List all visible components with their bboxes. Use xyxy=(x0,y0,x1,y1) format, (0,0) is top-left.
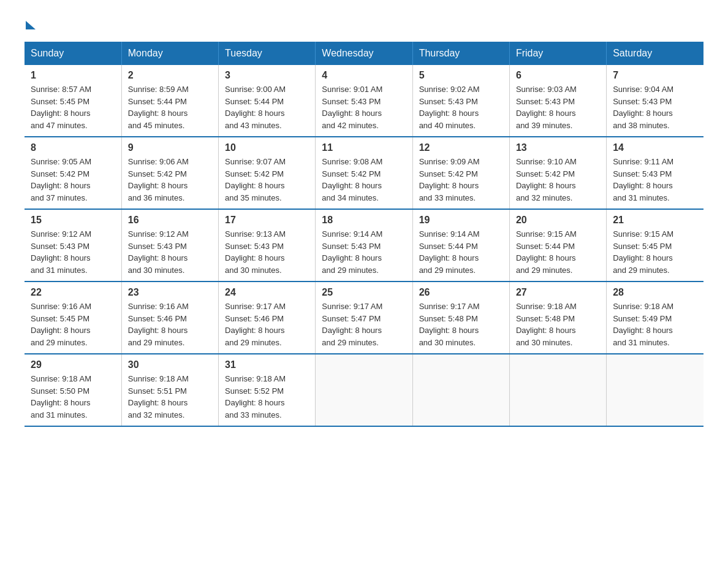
day-number: 11 xyxy=(322,142,406,153)
day-cell: 14 Sunrise: 9:11 AM Sunset: 5:43 PM Dayl… xyxy=(607,137,703,209)
day-cell: 21 Sunrise: 9:15 AM Sunset: 5:45 PM Dayl… xyxy=(607,209,703,282)
day-info: Sunrise: 9:09 AM Sunset: 5:42 PM Dayligh… xyxy=(419,156,503,204)
day-info: Sunrise: 9:06 AM Sunset: 5:42 PM Dayligh… xyxy=(128,156,212,204)
day-info: Sunrise: 9:01 AM Sunset: 5:43 PM Dayligh… xyxy=(322,83,406,131)
day-cell xyxy=(607,354,703,426)
weekday-header-saturday: Saturday xyxy=(607,42,703,65)
logo xyxy=(25,18,36,29)
day-cell: 29 Sunrise: 9:18 AM Sunset: 5:50 PM Dayl… xyxy=(25,354,121,426)
day-info: Sunrise: 9:17 AM Sunset: 5:47 PM Dayligh… xyxy=(322,301,406,348)
day-number: 9 xyxy=(128,142,212,153)
day-cell: 24 Sunrise: 9:17 AM Sunset: 5:46 PM Dayl… xyxy=(219,282,316,354)
day-info: Sunrise: 9:17 AM Sunset: 5:46 PM Dayligh… xyxy=(225,301,309,348)
day-cell: 22 Sunrise: 9:16 AM Sunset: 5:45 PM Dayl… xyxy=(25,282,121,354)
day-number: 29 xyxy=(31,359,115,370)
weekday-header-row: SundayMondayTuesdayWednesdayThursdayFrid… xyxy=(25,42,703,65)
day-cell: 3 Sunrise: 9:00 AM Sunset: 5:44 PM Dayli… xyxy=(219,65,316,137)
day-info: Sunrise: 9:14 AM Sunset: 5:43 PM Dayligh… xyxy=(322,228,406,276)
day-cell: 16 Sunrise: 9:12 AM Sunset: 5:43 PM Dayl… xyxy=(121,209,218,282)
day-number: 30 xyxy=(128,359,212,370)
day-info: Sunrise: 9:07 AM Sunset: 5:42 PM Dayligh… xyxy=(225,156,309,204)
day-cell xyxy=(509,354,606,426)
day-info: Sunrise: 9:12 AM Sunset: 5:43 PM Dayligh… xyxy=(31,228,115,276)
day-number: 8 xyxy=(31,142,115,153)
week-row-1: 1 Sunrise: 8:57 AM Sunset: 5:45 PM Dayli… xyxy=(25,65,703,137)
day-number: 4 xyxy=(322,70,406,81)
week-row-5: 29 Sunrise: 9:18 AM Sunset: 5:50 PM Dayl… xyxy=(25,354,703,426)
day-info: Sunrise: 9:16 AM Sunset: 5:46 PM Dayligh… xyxy=(128,301,212,348)
day-info: Sunrise: 8:59 AM Sunset: 5:44 PM Dayligh… xyxy=(128,83,212,131)
day-number: 13 xyxy=(516,142,600,153)
weekday-header-friday: Friday xyxy=(509,42,606,65)
day-cell: 8 Sunrise: 9:05 AM Sunset: 5:42 PM Dayli… xyxy=(25,137,121,209)
day-number: 22 xyxy=(31,287,115,298)
day-info: Sunrise: 9:00 AM Sunset: 5:44 PM Dayligh… xyxy=(225,83,309,131)
day-number: 27 xyxy=(516,287,600,298)
day-cell: 13 Sunrise: 9:10 AM Sunset: 5:42 PM Dayl… xyxy=(509,137,606,209)
day-number: 1 xyxy=(31,70,115,81)
day-info: Sunrise: 9:18 AM Sunset: 5:52 PM Dayligh… xyxy=(225,373,309,421)
day-info: Sunrise: 9:04 AM Sunset: 5:43 PM Dayligh… xyxy=(613,83,697,131)
day-number: 10 xyxy=(225,142,309,153)
day-cell: 17 Sunrise: 9:13 AM Sunset: 5:43 PM Dayl… xyxy=(219,209,316,282)
day-number: 19 xyxy=(419,215,503,226)
weekday-header-wednesday: Wednesday xyxy=(316,42,412,65)
day-info: Sunrise: 9:03 AM Sunset: 5:43 PM Dayligh… xyxy=(516,83,600,131)
day-cell: 27 Sunrise: 9:18 AM Sunset: 5:48 PM Dayl… xyxy=(509,282,606,354)
day-number: 7 xyxy=(613,70,697,81)
day-cell: 9 Sunrise: 9:06 AM Sunset: 5:42 PM Dayli… xyxy=(121,137,218,209)
weekday-header-monday: Monday xyxy=(121,42,218,65)
day-info: Sunrise: 9:11 AM Sunset: 5:43 PM Dayligh… xyxy=(613,156,697,204)
day-cell: 20 Sunrise: 9:15 AM Sunset: 5:44 PM Dayl… xyxy=(509,209,606,282)
day-cell: 7 Sunrise: 9:04 AM Sunset: 5:43 PM Dayli… xyxy=(607,65,703,137)
day-number: 3 xyxy=(225,70,309,81)
day-cell xyxy=(412,354,509,426)
day-number: 28 xyxy=(613,287,697,298)
day-info: Sunrise: 9:08 AM Sunset: 5:42 PM Dayligh… xyxy=(322,156,406,204)
day-number: 21 xyxy=(613,215,697,226)
day-number: 24 xyxy=(225,287,309,298)
day-info: Sunrise: 9:18 AM Sunset: 5:50 PM Dayligh… xyxy=(31,373,115,421)
day-number: 17 xyxy=(225,215,309,226)
day-cell: 4 Sunrise: 9:01 AM Sunset: 5:43 PM Dayli… xyxy=(316,65,412,137)
day-info: Sunrise: 9:16 AM Sunset: 5:45 PM Dayligh… xyxy=(31,301,115,348)
day-info: Sunrise: 9:12 AM Sunset: 5:43 PM Dayligh… xyxy=(128,228,212,276)
day-number: 12 xyxy=(419,142,503,153)
day-number: 23 xyxy=(128,287,212,298)
day-info: Sunrise: 9:15 AM Sunset: 5:44 PM Dayligh… xyxy=(516,228,600,276)
day-info: Sunrise: 9:18 AM Sunset: 5:51 PM Dayligh… xyxy=(128,373,212,421)
day-number: 25 xyxy=(322,287,406,298)
day-cell: 25 Sunrise: 9:17 AM Sunset: 5:47 PM Dayl… xyxy=(316,282,412,354)
day-cell: 23 Sunrise: 9:16 AM Sunset: 5:46 PM Dayl… xyxy=(121,282,218,354)
day-cell: 30 Sunrise: 9:18 AM Sunset: 5:51 PM Dayl… xyxy=(121,354,218,426)
day-cell: 11 Sunrise: 9:08 AM Sunset: 5:42 PM Dayl… xyxy=(316,137,412,209)
weekday-header-tuesday: Tuesday xyxy=(219,42,316,65)
day-cell: 28 Sunrise: 9:18 AM Sunset: 5:49 PM Dayl… xyxy=(607,282,703,354)
day-cell: 26 Sunrise: 9:17 AM Sunset: 5:48 PM Dayl… xyxy=(412,282,509,354)
day-cell: 6 Sunrise: 9:03 AM Sunset: 5:43 PM Dayli… xyxy=(509,65,606,137)
day-number: 5 xyxy=(419,70,503,81)
day-number: 18 xyxy=(322,215,406,226)
week-row-3: 15 Sunrise: 9:12 AM Sunset: 5:43 PM Dayl… xyxy=(25,209,703,282)
page-header xyxy=(25,18,703,29)
day-number: 16 xyxy=(128,215,212,226)
weekday-header-sunday: Sunday xyxy=(25,42,121,65)
day-number: 15 xyxy=(31,215,115,226)
day-number: 14 xyxy=(613,142,697,153)
day-info: Sunrise: 9:10 AM Sunset: 5:42 PM Dayligh… xyxy=(516,156,600,204)
day-cell: 12 Sunrise: 9:09 AM Sunset: 5:42 PM Dayl… xyxy=(412,137,509,209)
calendar-table: SundayMondayTuesdayWednesdayThursdayFrid… xyxy=(25,42,703,427)
day-info: Sunrise: 9:13 AM Sunset: 5:43 PM Dayligh… xyxy=(225,228,309,276)
day-info: Sunrise: 9:14 AM Sunset: 5:44 PM Dayligh… xyxy=(419,228,503,276)
day-number: 31 xyxy=(225,359,309,370)
day-cell: 10 Sunrise: 9:07 AM Sunset: 5:42 PM Dayl… xyxy=(219,137,316,209)
week-row-2: 8 Sunrise: 9:05 AM Sunset: 5:42 PM Dayli… xyxy=(25,137,703,209)
day-cell: 15 Sunrise: 9:12 AM Sunset: 5:43 PM Dayl… xyxy=(25,209,121,282)
day-info: Sunrise: 9:05 AM Sunset: 5:42 PM Dayligh… xyxy=(31,156,115,204)
day-cell: 18 Sunrise: 9:14 AM Sunset: 5:43 PM Dayl… xyxy=(316,209,412,282)
day-cell: 5 Sunrise: 9:02 AM Sunset: 5:43 PM Dayli… xyxy=(412,65,509,137)
day-cell: 19 Sunrise: 9:14 AM Sunset: 5:44 PM Dayl… xyxy=(412,209,509,282)
day-number: 2 xyxy=(128,70,212,81)
day-info: Sunrise: 9:17 AM Sunset: 5:48 PM Dayligh… xyxy=(419,301,503,348)
day-info: Sunrise: 9:02 AM Sunset: 5:43 PM Dayligh… xyxy=(419,83,503,131)
